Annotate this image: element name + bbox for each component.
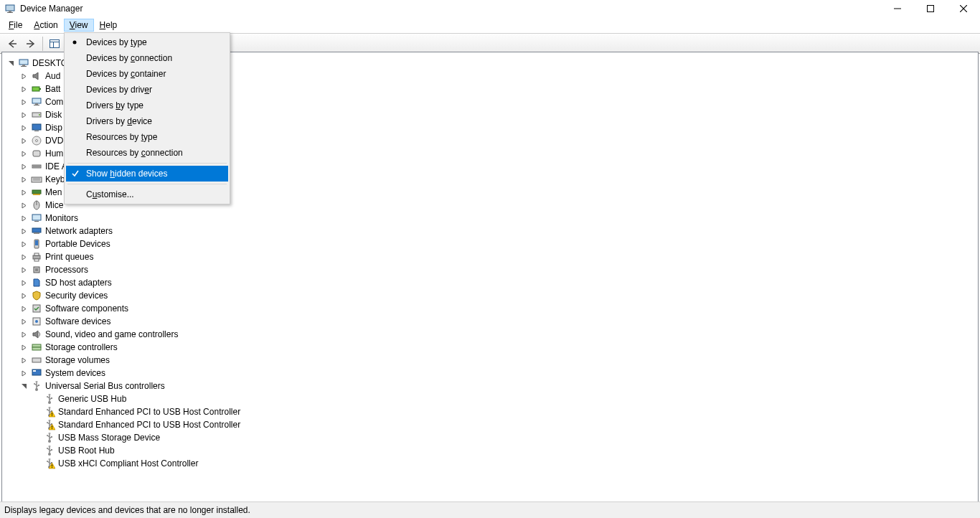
expander-icon[interactable] — [21, 151, 29, 157]
tree-item-label: DVD — [45, 134, 63, 147]
expander-icon[interactable] — [21, 73, 29, 80]
expander-icon[interactable] — [21, 138, 29, 144]
menu-item-show-hidden-devices[interactable]: Show hidden devices — [66, 166, 228, 182]
tree-item-label: Batt — [45, 83, 60, 95]
tree-device-24-5[interactable]: USB xHCI Compliant Host Controller — [6, 457, 975, 470]
disk-icon — [31, 109, 42, 121]
usb-icon — [44, 406, 55, 418]
expander-icon[interactable] — [21, 176, 29, 183]
battery-icon — [31, 83, 42, 95]
tree-category-13[interactable]: Portable Devices — [6, 237, 975, 250]
svg-rect-56 — [32, 358, 41, 362]
svg-rect-66 — [51, 397, 52, 399]
menu-item-resources-by-connection[interactable]: Resources by connection — [66, 145, 228, 161]
menu-help[interactable]: Help — [94, 19, 123, 32]
close-button[interactable] — [947, 0, 980, 17]
expander-icon[interactable] — [21, 370, 29, 377]
menu-item-customise[interactable]: Customise... — [66, 187, 228, 202]
show-hide-tree-button[interactable] — [46, 36, 63, 52]
memory-icon — [31, 187, 42, 198]
forward-button[interactable] — [22, 36, 39, 52]
expander-icon[interactable] — [21, 357, 29, 364]
expander-icon[interactable] — [21, 86, 29, 93]
expander-icon[interactable] — [21, 331, 29, 338]
tree-item-label: Software components — [45, 302, 128, 315]
expander-icon[interactable] — [21, 164, 29, 170]
tree-category-17[interactable]: Security devices — [6, 289, 975, 302]
expander-icon[interactable] — [21, 383, 29, 390]
menu-item-label: Devices by driver — [86, 85, 152, 95]
expander-icon[interactable] — [21, 267, 29, 273]
sd-icon — [31, 277, 42, 288]
svg-rect-19 — [32, 87, 39, 91]
menu-item-devices-by-type[interactable]: Devices by type — [66, 34, 228, 50]
tree-category-11[interactable]: Monitors — [6, 212, 975, 225]
svg-rect-45 — [35, 240, 38, 245]
svg-point-69 — [47, 409, 48, 410]
tree-category-22[interactable]: Storage volumes — [6, 354, 975, 367]
tree-device-24-1[interactable]: Standard Enhanced PCI to USB Host Contro… — [6, 405, 975, 418]
expander-icon[interactable] — [21, 306, 29, 312]
expander-icon[interactable] — [21, 125, 29, 131]
menu-action[interactable]: Action — [28, 19, 63, 32]
menu-item-drivers-by-device[interactable]: Drivers by device — [66, 113, 228, 129]
svg-point-89 — [47, 461, 48, 462]
usb-icon — [44, 445, 55, 456]
tree-category-18[interactable]: Software components — [6, 302, 975, 315]
back-button[interactable] — [4, 36, 21, 52]
tree-device-24-0[interactable]: Generic USB Hub — [6, 392, 975, 405]
menu-item-devices-by-connection[interactable]: Devices by connection — [66, 50, 228, 66]
svg-rect-55 — [32, 347, 41, 350]
statusbar: Displays legacy devices and devices that… — [0, 501, 980, 518]
tree-category-12[interactable]: Network adapters — [6, 225, 975, 237]
menu-item-label: Resources by connection — [86, 148, 183, 158]
expander-icon[interactable] — [21, 228, 29, 235]
minimize-button[interactable] — [881, 0, 914, 17]
menu-item-resources-by-type[interactable]: Resources by type — [66, 129, 228, 145]
svg-rect-48 — [34, 259, 39, 261]
tree-category-21[interactable]: Storage controllers — [6, 341, 975, 354]
expander-icon[interactable] — [21, 112, 29, 118]
tree-category-16[interactable]: SD host adapters — [6, 276, 975, 289]
expander-icon[interactable] — [21, 280, 29, 286]
menu-item-drivers-by-type[interactable]: Drivers by type — [66, 98, 228, 113]
expander-icon[interactable] — [21, 202, 29, 209]
expander-icon[interactable] — [21, 189, 29, 196]
tree-category-20[interactable]: Sound, video and game controllers — [6, 328, 975, 341]
svg-rect-47 — [34, 253, 39, 255]
svg-point-53 — [35, 320, 38, 323]
tree-device-24-4[interactable]: USB Root Hub — [6, 444, 975, 457]
tree-category-24[interactable]: Universal Serial Bus controllers — [6, 380, 975, 392]
expander-icon[interactable] — [21, 241, 29, 248]
tree-item-label: Software devices — [45, 315, 110, 328]
menu-item-devices-by-driver[interactable]: Devices by driver — [66, 82, 228, 98]
expander-icon[interactable] — [21, 99, 29, 105]
menu-file[interactable]: File — [3, 19, 28, 32]
menu-item-devices-by-container[interactable]: Devices by container — [66, 66, 228, 82]
tree-category-14[interactable]: Print queues — [6, 250, 975, 263]
swcomp-icon — [31, 303, 42, 314]
tree-category-19[interactable]: Software devices — [6, 315, 975, 328]
tree-device-24-3[interactable]: USB Mass Storage Device — [6, 431, 975, 444]
expander-icon[interactable] — [8, 60, 17, 67]
svg-rect-9 — [50, 39, 60, 47]
expander-icon[interactable] — [21, 254, 29, 260]
expander-icon[interactable] — [21, 344, 29, 351]
svg-rect-43 — [34, 232, 39, 234]
tree-item-label: Print queues — [45, 250, 93, 263]
svg-rect-27 — [34, 131, 39, 131]
expander-icon[interactable] — [21, 319, 29, 325]
expander-icon[interactable] — [21, 215, 29, 222]
tree-item-label: Standard Enhanced PCI to USB Host Contro… — [58, 405, 240, 418]
maximize-button[interactable] — [914, 0, 947, 17]
tree-category-23[interactable]: System devices — [6, 367, 975, 380]
svg-point-65 — [47, 396, 48, 397]
audio-icon — [31, 70, 42, 82]
expander-icon[interactable] — [21, 293, 29, 299]
tree-category-15[interactable]: Processors — [6, 263, 975, 276]
svg-rect-58 — [33, 370, 36, 372]
menu-view[interactable]: View — [64, 19, 94, 32]
svg-point-85 — [47, 448, 48, 449]
statusbar-text: Displays legacy devices and devices that… — [4, 505, 250, 515]
tree-device-24-2[interactable]: Standard Enhanced PCI to USB Host Contro… — [6, 418, 975, 431]
